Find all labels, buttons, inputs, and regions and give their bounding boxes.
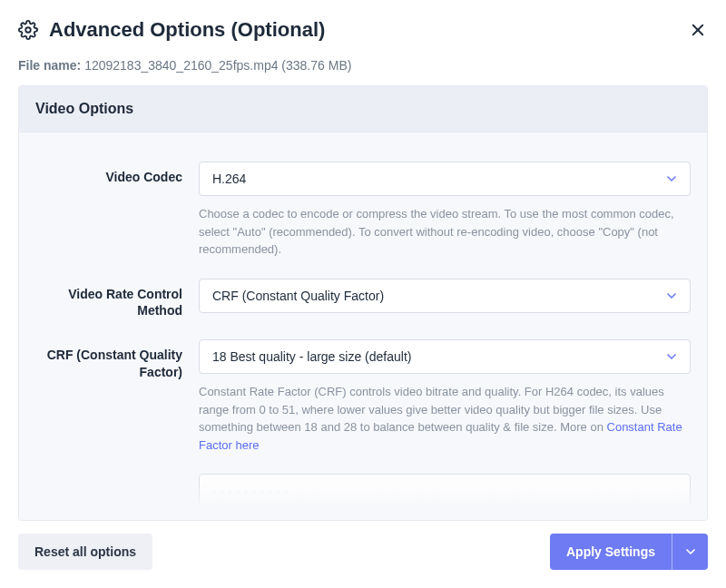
field-rate-control: Video Rate Control Method CRF (Constant …: [35, 259, 691, 320]
reset-button[interactable]: Reset all options: [18, 534, 152, 570]
section-title: Video Options: [19, 86, 707, 132]
file-name-label: File name:: [18, 58, 81, 73]
video-codec-select[interactable]: H.264: [199, 162, 691, 196]
svg-point-0: [25, 27, 31, 33]
file-name-value: 12092183_3840_2160_25fps.mp4: [84, 58, 278, 73]
field-video-codec: Video Codec H.264 Choose a codec to enco…: [35, 142, 691, 259]
video-codec-value: H.264: [212, 172, 246, 186]
rate-control-select[interactable]: CRF (Constant Quality Factor): [199, 279, 691, 313]
crf-label: CRF (Constant Quality Factor): [35, 339, 199, 381]
rate-control-label: Video Rate Control Method: [35, 279, 199, 320]
file-size: (338.76 MB): [281, 58, 351, 73]
crf-select[interactable]: 18 Best quality - large size (default): [199, 339, 691, 374]
chevron-down-icon: [664, 349, 679, 364]
crf-help-text: Constant Rate Factor (CRF) controls vide…: [199, 385, 664, 434]
chevron-down-icon: [664, 289, 679, 303]
file-info: File name: 12092183_3840_2160_25fps.mp4 …: [18, 58, 708, 85]
apply-dropdown-toggle[interactable]: [672, 534, 708, 570]
crf-value: 18 Best quality - large size (default): [212, 349, 411, 364]
apply-button[interactable]: Apply Settings: [550, 534, 672, 570]
gear-icon: [18, 20, 38, 40]
chevron-down-icon: [664, 172, 679, 186]
video-codec-help: Choose a codec to encode or compress the…: [199, 205, 691, 259]
field-next-partial: · · · · · · · · · ·: [35, 454, 691, 508]
options-panel: Video Options Video Codec H.264 Choose a…: [18, 85, 708, 521]
close-button[interactable]: [688, 20, 708, 40]
field-crf: CRF (Constant Quality Factor) 18 Best qu…: [35, 319, 691, 454]
rate-control-value: CRF (Constant Quality Factor): [212, 289, 384, 303]
next-select-partial[interactable]: · · · · · · · · · ·: [199, 474, 691, 508]
page-title: Advanced Options (Optional): [49, 18, 677, 42]
crf-help: Constant Rate Factor (CRF) controls vide…: [199, 383, 691, 454]
video-codec-label: Video Codec: [35, 162, 199, 186]
